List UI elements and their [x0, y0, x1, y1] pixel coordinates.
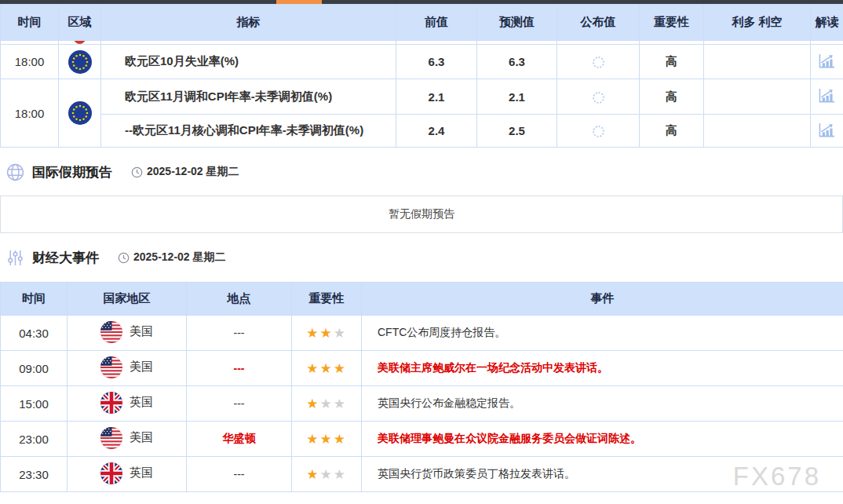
star-icon	[334, 467, 347, 482]
loading-spinner-icon	[593, 92, 604, 104]
location-cell: 华盛顿	[187, 422, 292, 457]
event-text: 美联储主席鲍威尔在一场纪念活动中发表讲话。	[362, 351, 843, 386]
eco-row: --欧元区11月核心调和CPI年率-未季调初值(%) 2.4 2.5 高	[1, 115, 843, 148]
star-icon	[319, 432, 333, 447]
country-label: 美国	[130, 360, 153, 374]
scrollbar-thumb[interactable]	[276, 0, 322, 4]
forecast-value: 2.5	[477, 115, 557, 148]
event-text: 英国央行公布金融稳定报告。	[362, 386, 843, 422]
location-cell: ---	[187, 351, 292, 386]
holiday-section-header: 国际假期预告 2025-12-02 星期二	[6, 161, 843, 183]
event-row: 23:30 英国 --- 英国央行货币政策委员丁格拉发表讲话。	[1, 457, 843, 492]
indicator-link[interactable]: 欧元区10月失业率(%)	[101, 45, 396, 79]
country-cell: 英国	[68, 457, 187, 492]
time-cell: 18:00	[1, 79, 59, 148]
country-cell: 美国	[68, 422, 187, 457]
event-row: 04:30 美国 --- CFTC公布周度持仓报告。	[1, 316, 843, 351]
eco-header-row: 时间 区域 指标 前值 预测值 公布值 重要性 利多 利空 解读	[1, 5, 843, 41]
eu-flag-icon	[68, 50, 92, 74]
country-cell: 美国	[68, 351, 187, 386]
us-flag-icon	[100, 321, 122, 343]
col-header-interpretation: 解读	[811, 5, 843, 41]
section-title: 国际假期预告	[32, 163, 112, 181]
event-text: CFTC公布周度持仓报告。	[362, 316, 843, 351]
event-text: 英国央行货币政策委员丁格拉发表讲话。	[362, 457, 843, 492]
star-icon	[306, 326, 319, 341]
loading-spinner-icon	[593, 126, 604, 137]
published-value	[557, 79, 640, 115]
chart-icon[interactable]	[818, 122, 836, 138]
interpretation-cell[interactable]	[811, 45, 843, 79]
col-header-time: 时间	[1, 5, 59, 41]
importance-cell: 高	[640, 45, 704, 79]
indicator-link[interactable]: --欧元区11月核心调和CPI年率-未季调初值(%)	[101, 115, 396, 148]
previous-value: 2.1	[396, 79, 477, 115]
col-header-published: 公布值	[557, 5, 640, 41]
col-header-country: 国家地区	[68, 283, 187, 316]
star-icon	[334, 361, 347, 376]
section-date: 2025-12-02 星期二	[131, 165, 239, 179]
section-title: 财经大事件	[32, 249, 99, 267]
clipped-flag-icon	[74, 41, 86, 45]
country-cell: 美国	[68, 316, 187, 351]
globe-icon	[6, 163, 24, 181]
holiday-empty-box: 暂无假期预告	[0, 195, 843, 233]
chart-icon[interactable]	[818, 87, 836, 104]
clock-icon	[118, 252, 130, 264]
region-cell	[59, 45, 101, 79]
holiday-empty-message: 暂无假期预告	[389, 207, 454, 221]
clock-icon	[131, 166, 143, 178]
section-date: 2025-12-02 星期二	[118, 250, 226, 265]
star-icon	[334, 432, 347, 447]
region-cell	[59, 79, 101, 148]
bull-bear-cell	[704, 115, 811, 148]
importance-stars	[292, 316, 362, 351]
col-header-location: 地点	[187, 283, 292, 316]
event-row: 23:00 美国 华盛顿 美联储理事鲍曼在众议院金融服务委员会做证词陈述。	[1, 422, 843, 457]
time-cell: 04:30	[1, 316, 68, 351]
importance-stars	[292, 386, 362, 422]
col-header-region: 区域	[59, 5, 101, 41]
importance-stars	[292, 351, 362, 386]
location-cell: ---	[187, 386, 292, 422]
time-cell: 23:00	[1, 422, 68, 457]
star-icon	[334, 396, 347, 411]
chart-icon[interactable]	[818, 53, 836, 69]
country-cell: 英国	[68, 386, 187, 422]
col-header-forecast: 预测值	[477, 5, 557, 41]
time-cell: 18:00	[1, 45, 59, 79]
star-icon	[319, 396, 333, 411]
uk-flag-icon	[100, 462, 122, 484]
us-flag-icon	[100, 356, 122, 378]
col-header-previous: 前值	[396, 5, 477, 41]
interpretation-cell[interactable]	[811, 115, 843, 148]
time-cell: 23:30	[1, 457, 68, 492]
time-cell: 09:00	[1, 351, 68, 386]
economic-calendar-table: 时间 区域 指标 前值 预测值 公布值 重要性 利多 利空 解读 18:00 欧…	[0, 4, 843, 148]
star-icon	[306, 467, 319, 482]
col-header-event: 事件	[362, 283, 843, 316]
us-flag-icon	[100, 427, 122, 449]
star-icon	[319, 361, 333, 376]
star-icon	[319, 467, 333, 482]
country-label: 英国	[130, 466, 153, 480]
col-header-importance: 重要性	[292, 283, 362, 316]
event-row: 09:00 美国 --- 美联储主席鲍威尔在一场纪念活动中发表讲话。	[1, 351, 843, 386]
eco-row: 18:00 欧元区11月调和CPI年率-未季调初值(%) 2.1 2.1 高	[1, 79, 843, 115]
event-text: 美联储理事鲍曼在众议院金融服务委员会做证词陈述。	[362, 422, 843, 457]
col-header-time: 时间	[1, 283, 68, 316]
interpretation-cell[interactable]	[811, 79, 843, 115]
published-value	[557, 45, 640, 79]
country-label: 英国	[130, 395, 153, 410]
importance-cell: 高	[640, 79, 704, 115]
top-scrollbar[interactable]	[0, 0, 843, 4]
star-icon	[334, 326, 347, 341]
bull-bear-cell	[704, 45, 811, 79]
star-icon	[306, 396, 319, 411]
forecast-value: 6.3	[477, 45, 557, 79]
location-cell: ---	[187, 457, 292, 492]
country-label: 美国	[130, 324, 153, 339]
eco-row: 18:00 欧元区10月失业率(%) 6.3 6.3 高	[1, 45, 843, 79]
indicator-link[interactable]: 欧元区11月调和CPI年率-未季调初值(%)	[101, 79, 396, 115]
country-label: 美国	[130, 430, 153, 445]
